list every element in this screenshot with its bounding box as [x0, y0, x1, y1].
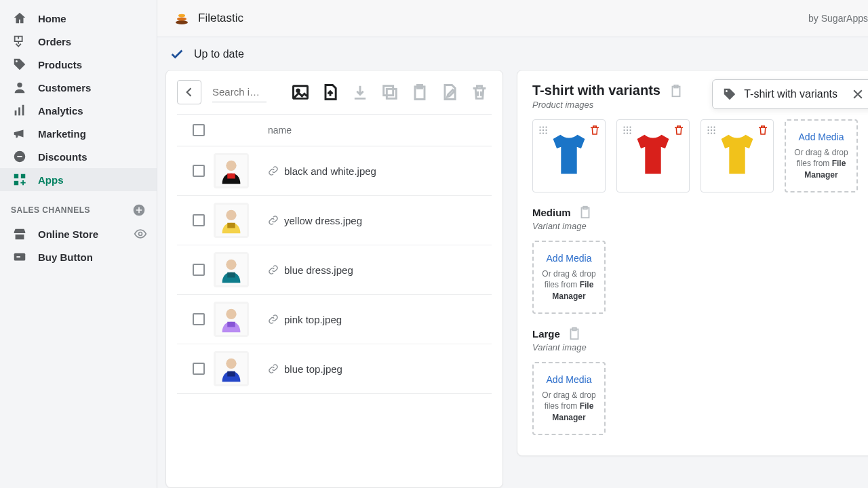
- eye-icon[interactable]: [134, 227, 147, 241]
- svg-point-39: [542, 129, 544, 131]
- variants-list: Medium Variant image Add MediaOr drag & …: [532, 205, 858, 435]
- link-icon: [268, 165, 279, 176]
- svg-point-16: [726, 90, 728, 92]
- product-image-card[interactable]: [532, 119, 606, 192]
- add-media-link[interactable]: Add Media: [547, 252, 592, 266]
- sidebar-item-home[interactable]: Home: [0, 7, 157, 30]
- upload-file-icon[interactable]: [321, 83, 340, 102]
- table-row[interactable]: pink top.jpeg: [177, 295, 492, 344]
- svg-point-54: [711, 126, 712, 127]
- svg-point-61: [713, 132, 715, 134]
- sidebar-item-label: Analytics: [38, 105, 147, 117]
- download-icon[interactable]: [351, 83, 370, 102]
- sidebar-item-customers[interactable]: Customers: [0, 76, 157, 99]
- sidebar-item-buy-button[interactable]: Buy Button: [0, 245, 157, 268]
- add-media-dropzone[interactable]: Add MediaOr drag & dropfiles from File M…: [532, 241, 606, 314]
- svg-point-40: [545, 129, 547, 131]
- file-thumbnail: [214, 351, 249, 386]
- link-icon: [268, 314, 279, 325]
- status-row: Up to date: [157, 37, 868, 70]
- sidebar-item-discounts[interactable]: Discounts: [0, 145, 157, 168]
- add-media-link[interactable]: Add Media: [799, 131, 844, 144]
- main: Filetastic by SugarApps Up to date T-shi…: [157, 0, 868, 488]
- svg-point-48: [627, 129, 628, 131]
- clipboard-icon[interactable]: [410, 83, 429, 102]
- svg-point-58: [713, 129, 715, 131]
- svg-point-10: [139, 232, 142, 236]
- sidebar-item-label: Discounts: [38, 151, 147, 163]
- sidebar-item-products[interactable]: Products: [0, 53, 157, 76]
- content: T-shirt with variants: [157, 70, 868, 488]
- row-checkbox[interactable]: [193, 214, 205, 226]
- row-checkbox[interactable]: [193, 264, 205, 276]
- file-manager-panel: name black and white.jpeg yellow dress.j…: [165, 70, 503, 488]
- clipboard-icon[interactable]: [669, 83, 684, 98]
- product-title: T-shirt with variants: [532, 83, 660, 98]
- add-media-dropzone[interactable]: Add MediaOr drag & dropfiles from File M…: [785, 119, 858, 192]
- table-row[interactable]: yellow dress.jpeg: [177, 196, 492, 245]
- svg-rect-7: [21, 174, 25, 178]
- clipboard-icon[interactable]: [567, 326, 582, 341]
- file-name: black and white.jpeg: [284, 165, 376, 177]
- svg-rect-4: [22, 105, 24, 116]
- svg-rect-2: [15, 110, 17, 115]
- close-icon[interactable]: [851, 87, 865, 101]
- file-thumbnail: [214, 302, 249, 337]
- svg-point-1: [17, 83, 22, 87]
- svg-point-47: [623, 129, 625, 131]
- svg-point-26: [226, 210, 236, 220]
- drag-handle-icon[interactable]: [537, 124, 549, 136]
- image-icon[interactable]: [291, 83, 310, 102]
- add-media-dropzone[interactable]: Add MediaOr drag & dropfiles from File M…: [532, 362, 606, 435]
- svg-point-45: [627, 126, 628, 127]
- link-icon: [268, 215, 279, 226]
- svg-point-14: [177, 17, 186, 20]
- add-media-link[interactable]: Add Media: [547, 373, 592, 387]
- select-all-checkbox[interactable]: [193, 124, 205, 136]
- sidebar-item-marketing[interactable]: Marketing: [0, 122, 157, 145]
- sidebar-item-analytics[interactable]: Analytics: [0, 99, 157, 122]
- svg-rect-20: [384, 86, 393, 96]
- file-name: yellow dress.jpeg: [284, 215, 362, 226]
- variant-subtitle: Variant image: [532, 221, 858, 231]
- edit-file-icon[interactable]: [440, 83, 459, 102]
- sidebar-item-apps[interactable]: Apps: [0, 168, 157, 191]
- row-checkbox[interactable]: [193, 165, 205, 177]
- table-row[interactable]: blue top.jpeg: [177, 344, 492, 394]
- product-image-card[interactable]: [616, 119, 690, 192]
- search-input[interactable]: [212, 82, 267, 102]
- table-row[interactable]: blue dress.jpeg: [177, 245, 492, 295]
- delete-icon[interactable]: [673, 124, 685, 136]
- sidebar-item-orders[interactable]: Orders: [0, 30, 157, 53]
- sidebar: Home Orders Products Customers Analytics…: [0, 0, 157, 488]
- delete-icon[interactable]: [589, 124, 601, 136]
- link-icon: [268, 363, 279, 374]
- back-button[interactable]: [177, 80, 201, 104]
- svg-point-49: [629, 129, 631, 131]
- sidebar-item-label: Online Store: [38, 228, 123, 240]
- svg-point-52: [629, 132, 631, 134]
- trash-icon[interactable]: [470, 83, 489, 102]
- table-row[interactable]: black and white.jpeg: [177, 146, 492, 196]
- sidebar-item-label: Customers: [38, 82, 147, 94]
- delete-icon[interactable]: [757, 124, 769, 136]
- sidebar-item-online-store[interactable]: Online Store: [0, 222, 157, 245]
- svg-point-38: [539, 129, 540, 131]
- row-checkbox[interactable]: [193, 363, 205, 375]
- apps-icon: [12, 172, 27, 187]
- svg-point-24: [226, 161, 236, 171]
- tag-icon: [722, 87, 737, 102]
- sidebar-item-label: Marketing: [38, 128, 147, 140]
- product-image-card[interactable]: [701, 119, 774, 192]
- app-logo-icon: [174, 10, 190, 26]
- clipboard-icon[interactable]: [578, 205, 593, 220]
- sidebar-section-sales-channels: SALES CHANNELS: [0, 191, 157, 222]
- svg-rect-3: [18, 107, 20, 115]
- svg-point-53: [707, 126, 709, 127]
- row-checkbox[interactable]: [193, 313, 205, 325]
- copy-icon[interactable]: [380, 83, 399, 102]
- drag-handle-icon[interactable]: [705, 124, 717, 136]
- drag-handle-icon[interactable]: [621, 124, 633, 136]
- add-channel-icon[interactable]: [132, 203, 146, 217]
- variant-block: Medium Variant image Add MediaOr drag & …: [532, 205, 858, 314]
